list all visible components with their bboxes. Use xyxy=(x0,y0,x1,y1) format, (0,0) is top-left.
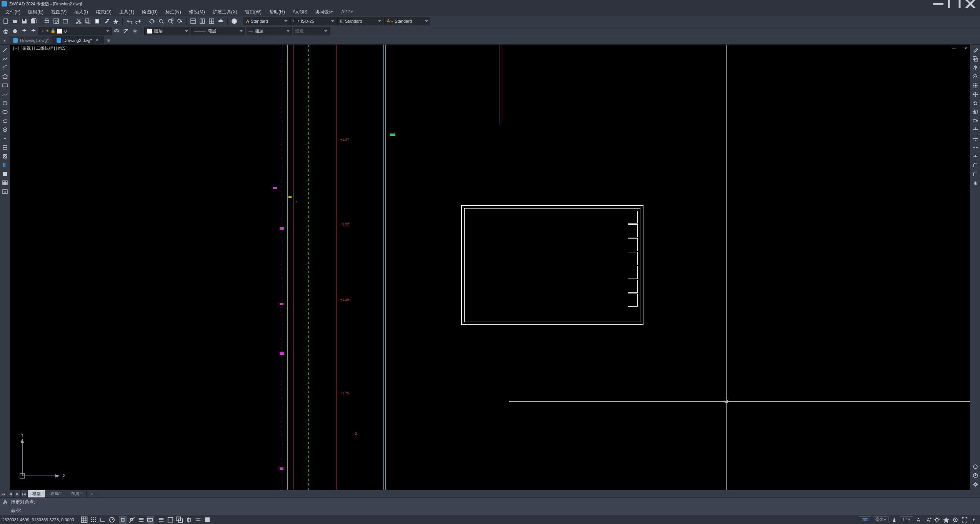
doc-tab-drawing1[interactable]: Drawing1.dwg* xyxy=(9,36,53,44)
layer-off-button[interactable] xyxy=(122,27,130,35)
help-button[interactable]: ? xyxy=(230,17,238,25)
menu-appplus[interactable]: APP+ xyxy=(337,8,357,16)
menu-view[interactable]: 视图(V) xyxy=(47,8,70,16)
color-dropdown[interactable]: 随层 xyxy=(144,27,190,35)
layer-dropdown[interactable]: ♀☀🔓 0 xyxy=(38,27,112,35)
close-tab-icon[interactable]: ✕ xyxy=(94,38,100,43)
arc-tool[interactable] xyxy=(1,64,9,72)
undo-button[interactable] xyxy=(125,17,133,25)
maximize-button[interactable] xyxy=(946,0,962,8)
zoom-realtime-button[interactable] xyxy=(157,17,165,25)
customize-status[interactable]: ▾ xyxy=(970,516,978,524)
plotstyle-dropdown[interactable]: 随色 xyxy=(293,27,330,35)
paper-model-indicator[interactable]: ⊡⊡ xyxy=(859,516,871,523)
fillet-tool[interactable] xyxy=(972,170,979,178)
properties-button[interactable] xyxy=(189,17,197,25)
tab-list-button[interactable]: ▾ xyxy=(0,36,9,44)
anno-add-toggle[interactable]: A+ xyxy=(924,516,932,524)
designcenter-button[interactable] xyxy=(198,17,207,25)
layout-next-button[interactable]: ▶ xyxy=(14,490,21,497)
menu-insert[interactable]: 插入(I) xyxy=(70,8,92,16)
chamfer-tool[interactable] xyxy=(972,161,979,169)
copy-button[interactable] xyxy=(84,17,92,25)
new-button[interactable] xyxy=(2,17,10,25)
dim-style-dropdown[interactable]: ⟷ISO-25 xyxy=(290,17,337,25)
table-style-dropdown[interactable]: ⊞Standard xyxy=(337,17,383,25)
array-tool[interactable] xyxy=(972,82,979,89)
menu-arcgis[interactable]: ArcGIS xyxy=(289,8,312,16)
selection-cycle-tool[interactable] xyxy=(972,463,979,471)
anno-scale[interactable]: 1:1 ▾ xyxy=(900,516,913,523)
revcloud-tool[interactable] xyxy=(1,117,9,125)
saveall-button[interactable] xyxy=(29,17,38,25)
quickprops-toggle[interactable] xyxy=(167,516,174,524)
print-button[interactable] xyxy=(43,17,51,25)
cursor-coordinates[interactable]: 2320031.4699, 3180369.3223, 0.0000 xyxy=(2,517,74,522)
drawing-canvas[interactable]: [-][俯视][二维线框][WCS] — □ ✕ +1.07+1.02+1.20… xyxy=(10,45,970,490)
scale-tool[interactable] xyxy=(972,108,979,116)
transparency-toggle[interactable] xyxy=(194,516,202,524)
region-tool[interactable] xyxy=(1,170,9,178)
close-button[interactable] xyxy=(962,0,978,8)
toolpalettes-button[interactable] xyxy=(207,17,216,25)
layout-prev-button[interactable]: ◀ xyxy=(7,490,14,497)
minimize-button[interactable] xyxy=(930,0,946,8)
layout-tab-2[interactable]: 布局2 xyxy=(66,490,87,497)
layout-tab-model[interactable]: 模型 xyxy=(28,490,46,497)
break-tool[interactable] xyxy=(972,144,979,151)
open-button[interactable] xyxy=(11,17,19,25)
hardware-accel-toggle[interactable] xyxy=(942,516,950,524)
layer-freeze-button[interactable] xyxy=(131,27,139,35)
donut-tool[interactable] xyxy=(1,126,9,134)
cycling-toggle[interactable] xyxy=(203,516,211,524)
dyn-input-toggle[interactable]: + xyxy=(147,516,154,524)
anno-visibility-toggle[interactable] xyxy=(890,516,898,524)
layer-states-button[interactable] xyxy=(11,27,19,35)
grid-display-toggle[interactable] xyxy=(90,516,97,524)
layout-first-button[interactable]: ⏮ xyxy=(0,490,7,497)
line-tool[interactable] xyxy=(1,46,9,54)
layout-last-button[interactable]: ⏭ xyxy=(21,490,28,497)
nav-cube-tool[interactable] xyxy=(972,472,979,479)
layout-add-button[interactable]: + xyxy=(87,490,97,497)
menu-format[interactable]: 格式(O) xyxy=(92,8,115,16)
isolate-toggle[interactable] xyxy=(952,516,959,524)
erase-tool[interactable] xyxy=(972,46,979,54)
zoom-previous-button[interactable] xyxy=(175,17,184,25)
block-tool[interactable] xyxy=(1,144,9,151)
3dosnap-toggle[interactable] xyxy=(185,516,193,524)
fullscreen-toggle[interactable] xyxy=(961,516,968,524)
copy-tool[interactable] xyxy=(972,55,979,63)
mleader-style-dropdown[interactable]: A↘Standard xyxy=(384,17,430,25)
zoom-window-button[interactable] xyxy=(166,17,175,25)
offset-tool[interactable] xyxy=(972,73,979,80)
pan-button[interactable] xyxy=(148,17,156,25)
layout-tab-1[interactable]: 布局1 xyxy=(46,490,66,497)
menu-edit[interactable]: 编辑(E) xyxy=(24,8,47,16)
rectangle-tool[interactable] xyxy=(1,82,9,89)
otrack-toggle[interactable] xyxy=(128,516,136,524)
osnap-toggle[interactable] xyxy=(119,516,127,524)
menu-modify[interactable]: 修改(M) xyxy=(185,8,209,16)
publish-button[interactable] xyxy=(61,17,70,25)
polar-toggle[interactable] xyxy=(108,516,116,524)
circle-tool[interactable] xyxy=(1,99,9,107)
extend-tool[interactable] xyxy=(972,135,979,142)
join-tool[interactable] xyxy=(972,152,979,160)
trim-tool[interactable] xyxy=(972,126,979,134)
mtext-tool[interactable]: A xyxy=(1,188,9,195)
new-tab-button[interactable]: ⊞ xyxy=(104,36,113,44)
print-preview-button[interactable] xyxy=(52,17,60,25)
gradient-tool[interactable] xyxy=(1,161,9,169)
lineweight-dropdown[interactable]: —随层 xyxy=(246,27,292,35)
doc-tab-drawing2[interactable]: Drawing2.dwg* ✕ xyxy=(53,36,104,44)
cmd-expand-icon[interactable]: ⮝ xyxy=(2,499,8,506)
matchprops-button[interactable] xyxy=(102,17,111,25)
ellipse-tool[interactable] xyxy=(1,108,9,116)
menu-dimension[interactable]: 标注(N) xyxy=(162,8,185,16)
anno-auto-toggle[interactable]: A xyxy=(915,516,922,524)
redo-button[interactable] xyxy=(134,17,143,25)
cut-button[interactable] xyxy=(75,17,83,25)
pline-tool[interactable] xyxy=(1,55,9,63)
linetype-dropdown[interactable]: ———随层 xyxy=(191,27,245,35)
